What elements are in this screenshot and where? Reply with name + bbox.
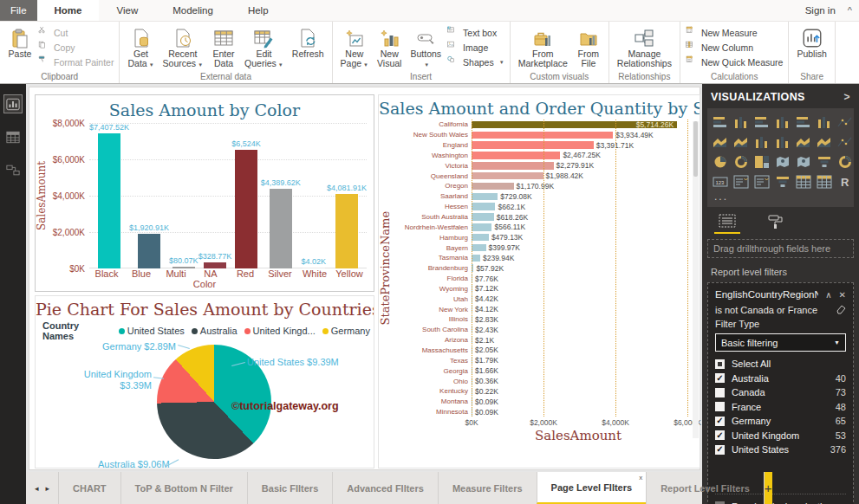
checkbox-unchecked[interactable]	[715, 402, 725, 411]
filter-option-australia[interactable]: ✓Australia40	[715, 372, 846, 386]
filter-option-germany[interactable]: ✓Germany65	[715, 414, 846, 429]
ribbon-chart-visual-icon[interactable]	[794, 132, 813, 151]
bar-oregon[interactable]	[472, 183, 514, 191]
from-file-button[interactable]: FromFile	[572, 23, 605, 71]
checkbox-checked[interactable]: ✓	[715, 445, 725, 455]
100-stacked-column-visual-icon[interactable]	[815, 113, 834, 131]
bar-silver[interactable]	[270, 189, 292, 268]
manage-relationships-button[interactable]: ManageRelationships	[613, 23, 676, 71]
pie-chart-visual[interactable]: Pie Chart For Sales Amount by Countries …	[35, 295, 374, 468]
bar-utah[interactable]	[472, 295, 472, 303]
paste-button[interactable]: Paste	[3, 23, 36, 71]
bar-south-australia[interactable]	[472, 213, 494, 221]
image-button[interactable]: Image	[447, 41, 504, 54]
page-tab-basic-filters[interactable]: Basic FIlters	[247, 472, 332, 504]
area-visual-icon[interactable]	[711, 132, 730, 151]
recent-sources-button[interactable]: RecentSources▼	[159, 23, 207, 71]
bar-england[interactable]	[472, 141, 594, 149]
menu-tab-help[interactable]: Help	[231, 0, 286, 21]
new-visual-button[interactable]: NewVisual	[373, 23, 406, 71]
line-visual-icon[interactable]	[836, 113, 855, 131]
report-view-icon[interactable]	[3, 94, 23, 113]
bar-victoria[interactable]	[472, 162, 554, 170]
bar-yellow[interactable]	[335, 194, 358, 268]
card-visual-icon[interactable]: 123	[711, 172, 730, 191]
menu-tab-view[interactable]: View	[99, 0, 155, 21]
model-view-icon[interactable]	[3, 160, 23, 179]
bar-montana[interactable]	[472, 397, 472, 405]
remove-filter-icon[interactable]: ✕	[839, 290, 846, 300]
new-page-button[interactable]: NewPage▼	[336, 23, 373, 71]
table-visual-icon[interactable]	[794, 172, 813, 191]
bar-hessen[interactable]	[472, 203, 495, 210]
donut-visual-icon[interactable]	[732, 152, 751, 171]
r-script-visual-icon[interactable]: R	[836, 172, 855, 191]
scroll-tabs-left-icon[interactable]: ◂	[35, 484, 39, 493]
buttons-button[interactable]: Buttons▼	[406, 23, 446, 71]
cut-button[interactable]: Cut	[38, 26, 114, 39]
data-view-icon[interactable]	[3, 127, 23, 146]
fields-pane-tab[interactable]	[714, 214, 740, 236]
panel-collapse-icon[interactable]: >	[844, 91, 850, 103]
refresh-button[interactable]: Refresh	[288, 23, 329, 71]
checkbox-checked[interactable]: ✓	[715, 373, 725, 383]
publish-button[interactable]: Publish	[792, 23, 830, 71]
bar-blue[interactable]	[138, 234, 160, 268]
column-chart-visual[interactable]: Sales Amount by Color SalesAmount $8,000…	[35, 94, 374, 292]
stacked-bar-visual-icon[interactable]	[711, 113, 730, 131]
new-quick-measure-button[interactable]: New Quick Measure	[686, 55, 784, 68]
treemap-visual-icon[interactable]	[752, 152, 771, 171]
enter-data-button[interactable]: EnterData	[207, 23, 240, 71]
bar-illinois[interactable]	[472, 316, 472, 324]
bar-minnesota[interactable]	[472, 408, 472, 416]
more-visuals-ellipsis[interactable]: ...	[711, 191, 850, 205]
collapse-filter-icon[interactable]: ∧	[825, 290, 831, 300]
stacked-area-visual-icon[interactable]	[732, 132, 751, 151]
bar-tasmania[interactable]	[472, 255, 480, 262]
scatter-visual-icon[interactable]	[836, 132, 855, 151]
clustered-column-visual-icon[interactable]	[773, 113, 792, 131]
page-tab-top-bottom-n-filter[interactable]: ToP & Bottom N Filter	[120, 472, 247, 504]
bar-georgia[interactable]	[472, 367, 472, 375]
bar-ohio[interactable]	[472, 378, 472, 385]
bar-brandenburg[interactable]	[472, 264, 473, 272]
bar-washington[interactable]	[472, 152, 560, 159]
bar-multi[interactable]	[172, 267, 195, 268]
new-page-tab-button[interactable]: +	[765, 472, 772, 504]
legend-item-united-kingdom[interactable]: United Kingd...	[244, 326, 316, 336]
bar-california[interactable]: $5,714.26K	[472, 121, 677, 129]
kpi-visual-icon[interactable]	[752, 172, 771, 191]
scrollbar-thumb[interactable]	[693, 121, 698, 177]
line-stacked-column-visual-icon[interactable]	[752, 132, 771, 151]
scroll-tabs-right-icon[interactable]: ▸	[46, 484, 50, 493]
page-tab-page-level-filters[interactable]: Page Level FIltersx	[537, 472, 647, 504]
new-column-button[interactable]: New Column	[686, 41, 784, 54]
page-tab-advanced-filters[interactable]: Advanced FIlters	[332, 472, 438, 504]
menu-tab-file[interactable]: File	[0, 0, 37, 21]
checkbox-checked[interactable]: ✓	[715, 430, 725, 440]
gauge-visual-icon[interactable]	[836, 152, 855, 171]
filter-option-canada[interactable]: Canada73	[715, 385, 846, 400]
bar-arizona[interactable]	[472, 336, 472, 344]
drillthrough-dropzone[interactable]: Drag drillthrough fields here	[707, 239, 854, 258]
100-stacked-bar-visual-icon[interactable]	[794, 113, 813, 131]
bar-new-south-wales[interactable]	[472, 132, 613, 139]
bar-texas[interactable]	[472, 357, 472, 365]
waterfall-visual-icon[interactable]	[815, 132, 834, 151]
bar-wyoming[interactable]	[472, 285, 472, 293]
filter-option-united-kingdom[interactable]: ✓United Kingdom53	[715, 429, 846, 443]
bar-nordrhein-westfalen[interactable]	[472, 223, 491, 231]
new-measure-button[interactable]: New Measure	[686, 26, 784, 39]
legend-item-australia[interactable]: Australia	[192, 326, 238, 336]
multi-row-card-visual-icon[interactable]	[732, 172, 751, 191]
filter-field-name[interactable]: EnglishCountryRegionNa...	[715, 289, 818, 300]
page-tab-measure-filters[interactable]: Measure Filters	[438, 472, 537, 504]
filter-option-united-states[interactable]: ✓United States376	[715, 443, 846, 457]
stacked-column-visual-icon[interactable]	[732, 113, 751, 131]
page-tab-report-level-filters[interactable]: Report Level Filters	[646, 472, 765, 504]
bar-saarland[interactable]	[472, 193, 498, 201]
page-tab-chart[interactable]: CHART	[58, 472, 120, 504]
checkbox-unchecked[interactable]	[715, 388, 725, 397]
bar-na[interactable]	[204, 262, 226, 268]
hbar-chart-scrollbar[interactable]	[693, 121, 699, 438]
